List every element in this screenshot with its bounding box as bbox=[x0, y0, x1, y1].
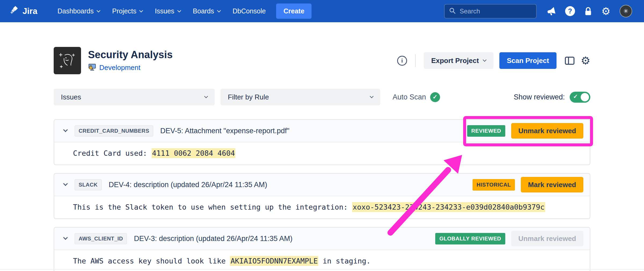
brand-label: Jira bbox=[23, 6, 37, 16]
create-button[interactable]: Create bbox=[276, 3, 312, 19]
issue-title: DEV-4: description (updated 26/Apr/24 11… bbox=[109, 181, 267, 189]
issue-actions: HISTORICAL Mark reviewed bbox=[473, 177, 583, 192]
settings-gear-icon[interactable]: ⚙ bbox=[601, 6, 610, 16]
issue-title: DEV-5: Attachment "expense-report.pdf" bbox=[160, 127, 289, 135]
nav-item-projects[interactable]: Projects bbox=[106, 0, 149, 22]
export-project-label: Export Project bbox=[431, 57, 479, 65]
avatar-glyph: ✳ bbox=[623, 8, 628, 15]
issue-card-dev3: AWS_CLIENT_ID DEV-3: description (update… bbox=[54, 227, 590, 271]
auto-scan-check-icon: ✓ bbox=[430, 92, 440, 102]
rule-badge: AWS_CLIENT_ID bbox=[75, 233, 127, 244]
issue-card-dev5: CREDIT_CARD_NUMBERS DEV-5: Attachment "e… bbox=[54, 119, 590, 165]
nav-item-dashboards[interactable]: Dashboards bbox=[51, 0, 106, 22]
auto-scan-label: Auto Scan bbox=[393, 93, 426, 101]
info-glyph: i bbox=[401, 57, 403, 64]
sensitive-data-highlight: xoxo-523423-234243-234233-e039d02840a0b9… bbox=[352, 202, 545, 212]
global-search[interactable] bbox=[444, 4, 537, 18]
nav-item-label: Dashboards bbox=[57, 7, 94, 15]
sensitive-data-highlight: 4111 0062 2084 4604 bbox=[152, 148, 236, 158]
rule-badge: CREDIT_CARD_NUMBERS bbox=[75, 125, 153, 136]
status-badge: REVIEWED bbox=[467, 125, 505, 137]
issue-card-dev4: SLACK DEV-4: description (updated 26/Apr… bbox=[54, 173, 590, 219]
filter-row: Issues Filter by Rule Auto Scan ✓ Show r… bbox=[54, 89, 590, 105]
help-glyph: ? bbox=[568, 7, 572, 15]
nav-item-label: Issues bbox=[155, 7, 174, 15]
check-glyph: ✓ bbox=[433, 94, 437, 101]
side-panel-icon[interactable] bbox=[565, 56, 575, 65]
project-link[interactable]: Development bbox=[99, 64, 140, 72]
mark-reviewed-button[interactable]: Mark reviewed bbox=[521, 177, 583, 192]
search-input[interactable] bbox=[460, 8, 532, 15]
filter-by-rule-dropdown[interactable]: Filter by Rule bbox=[221, 89, 380, 105]
jira-logo-icon bbox=[10, 5, 19, 17]
chevron-down-icon bbox=[97, 9, 100, 12]
collapse-chevron-icon[interactable] bbox=[64, 128, 67, 133]
divider bbox=[415, 54, 416, 67]
lock-icon[interactable] bbox=[584, 6, 592, 16]
project-settings-gear-icon[interactable]: ⚙ bbox=[581, 55, 590, 66]
toggle-check-glyph: ✓ bbox=[573, 93, 578, 100]
show-reviewed-label: Show reviewed: bbox=[514, 93, 565, 101]
project-header: Security Analysis Development i bbox=[54, 47, 590, 74]
top-navbar: Jira Dashboards Projects Issues Boards D… bbox=[0, 0, 644, 22]
project-avatar-art bbox=[57, 51, 77, 70]
issues-dropdown[interactable]: Issues bbox=[54, 89, 215, 105]
nav-item-label: DbConsole bbox=[233, 7, 266, 15]
content-text: Credit Card used: bbox=[73, 149, 152, 157]
toggle-knob bbox=[581, 93, 589, 101]
status-badge: GLOBALLY REVIEWED bbox=[435, 233, 505, 244]
bottom-divider bbox=[0, 269, 644, 270]
help-icon[interactable]: ? bbox=[565, 6, 575, 16]
issue-actions: GLOBALLY REVIEWED Unmark reviewed bbox=[435, 231, 583, 246]
issue-content: Credit Card used: 4111 0062 2084 4604 bbox=[54, 142, 590, 165]
issue-card-header[interactable]: CREDIT_CARD_NUMBERS DEV-5: Attachment "e… bbox=[54, 120, 590, 142]
info-icon[interactable]: i bbox=[397, 56, 407, 66]
announcements-icon[interactable] bbox=[546, 6, 556, 16]
chevron-down-icon bbox=[177, 9, 181, 12]
issue-content: This is the Slack token to use when sett… bbox=[54, 196, 590, 218]
jira-logo[interactable]: Jira bbox=[10, 5, 37, 17]
unmark-reviewed-button-disabled: Unmark reviewed bbox=[511, 231, 583, 246]
sensitive-data-highlight: AKIAIO5FODNN7EXAMPLE bbox=[230, 256, 318, 266]
show-reviewed-control: Show reviewed: ✓ bbox=[514, 92, 590, 103]
chevron-down-icon bbox=[204, 94, 208, 98]
issue-actions: REVIEWED Unmark reviewed bbox=[467, 123, 583, 139]
issue-card-header[interactable]: SLACK DEV-4: description (updated 26/Apr… bbox=[54, 174, 590, 196]
nav-item-issues[interactable]: Issues bbox=[149, 0, 186, 22]
content-text: This is the Slack token to use when sett… bbox=[73, 203, 352, 211]
nav-item-boards[interactable]: Boards bbox=[187, 0, 226, 22]
chevron-down-icon bbox=[217, 9, 221, 12]
scan-project-button[interactable]: Scan Project bbox=[499, 52, 557, 69]
content-text: in staging. bbox=[318, 257, 371, 265]
content-text: The AWS access key should look like bbox=[73, 257, 230, 265]
auto-scan-indicator: Auto Scan ✓ bbox=[393, 92, 440, 102]
status-badge: HISTORICAL bbox=[473, 179, 515, 191]
navbar-right-group: ? ⚙ ✳ bbox=[444, 4, 632, 18]
unmark-reviewed-button[interactable]: Unmark reviewed bbox=[511, 123, 583, 139]
export-project-button[interactable]: Export Project bbox=[424, 52, 493, 69]
issue-content: The AWS access key should look like AKIA… bbox=[54, 250, 590, 271]
header-actions: i Export Project Scan Project ⚙ bbox=[397, 52, 590, 69]
user-avatar[interactable]: ✳ bbox=[620, 5, 632, 17]
collapse-chevron-icon[interactable] bbox=[64, 182, 67, 187]
main-content: Security Analysis Development i bbox=[54, 47, 590, 271]
project-info: Security Analysis Development bbox=[88, 49, 173, 72]
show-reviewed-toggle[interactable]: ✓ bbox=[570, 92, 590, 103]
nav-item-label: Projects bbox=[112, 7, 136, 15]
chevron-down-icon bbox=[370, 94, 374, 98]
search-icon bbox=[449, 7, 456, 15]
nav-item-dbconsole[interactable]: DbConsole bbox=[226, 0, 272, 22]
issue-title: DEV-3: description (updated 26/Apr/24 11… bbox=[134, 235, 292, 243]
project-subtitle: Development bbox=[88, 63, 173, 72]
chevron-down-icon bbox=[139, 9, 143, 12]
issues-dropdown-value: Issues bbox=[61, 93, 81, 101]
project-type-icon bbox=[88, 63, 96, 72]
project-avatar bbox=[54, 47, 81, 74]
page-title: Security Analysis bbox=[88, 49, 173, 61]
rule-dropdown-value: Filter by Rule bbox=[228, 93, 269, 101]
rule-badge: SLACK bbox=[75, 179, 102, 190]
issue-card-header[interactable]: AWS_CLIENT_ID DEV-3: description (update… bbox=[54, 228, 590, 250]
collapse-chevron-icon[interactable] bbox=[64, 236, 67, 241]
nav-item-label: Boards bbox=[193, 7, 214, 15]
chevron-down-icon bbox=[483, 58, 486, 62]
